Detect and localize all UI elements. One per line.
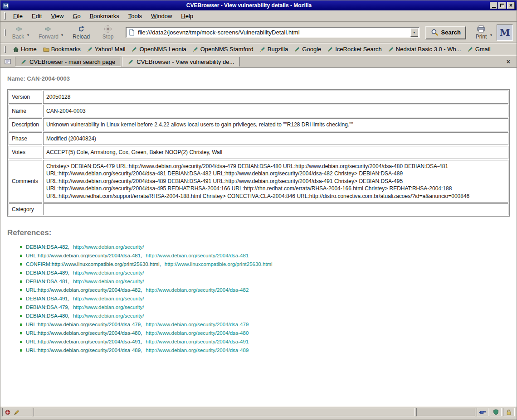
tab-main-search-page[interactable]: CVEBrowser - main search page [15,57,121,67]
row-label: Votes [9,146,42,159]
back-button[interactable]: Back [10,24,27,41]
reference-link[interactable]: http://www.debian.org/security/ [73,278,144,285]
bookmark-nedstat[interactable]: Nedstat Basic 3.0 - Wh... [385,45,464,53]
maximize-button[interactable] [498,2,506,9]
bookmark-icon [327,46,333,52]
bookmark-google[interactable]: Google [291,45,324,53]
bookmark-opennms-stamford[interactable]: OpenNMS Stamford [190,45,257,53]
bullet-square-icon [20,263,22,266]
reference-link[interactable]: http://www.debian.org/security/ [73,244,144,251]
back-dropdown-arrow[interactable]: ▾ [27,33,29,37]
menu-go[interactable]: Go [69,12,84,20]
reference-link[interactable]: http://www.debian.org/security/ [73,295,144,302]
reference-item: URL:http://www.debian.org/security/2004/… [20,330,510,337]
reload-button[interactable]: Reload [70,24,92,41]
vulnerability-detail-table: Version 20050128 Name CAN-2004-0003 Desc… [7,89,510,217]
tab-vulnerability-details[interactable]: CVEBrowser - View vulnerability de... [122,57,240,67]
reference-source: URL:http://www.debian.org/security/2004/… [26,330,142,337]
reference-source: URL:http://www.debian.org/security/2004/… [26,321,142,328]
tab-close-button[interactable]: × [504,58,513,65]
bookmark-icerocket-search[interactable]: IceRocket Search [324,45,385,53]
reference-link[interactable]: http://www.debian.org/security/ [73,304,144,311]
composer-icon[interactable] [14,409,20,415]
reference-link[interactable]: http://www.debian.org/security/2004/dsa-… [146,347,249,354]
reference-link[interactable]: http://www.debian.org/security/2004/dsa-… [146,287,249,294]
reference-link[interactable]: http://www.debian.org/security/2004/dsa-… [146,330,249,337]
reference-link[interactable]: http://www.debian.org/security/2004/dsa-… [146,321,249,328]
tab-list-button[interactable] [3,57,12,66]
toolbar-grippy[interactable] [4,29,6,36]
window-menu-icon[interactable] [2,2,9,9]
menu-edit[interactable]: Edit [28,12,45,20]
reference-link[interactable]: http://www.debian.org/security/ [73,313,144,319]
url-input[interactable] [137,29,408,36]
search-icon [431,29,439,36]
menu-help[interactable]: Help [177,12,197,20]
stop-label: Stop [102,34,114,40]
reference-source: URL:http://www.debian.org/security/2004/… [26,252,142,259]
reload-icon [78,25,85,33]
menu-tools[interactable]: Tools [125,12,146,20]
row-label: Description [9,118,42,131]
bookmark-icon [468,46,473,52]
menu-bookmarks[interactable]: Bookmarks [86,12,123,20]
navigation-toolbar: Back ▾ Forward ▾ Reload Stop [0,22,517,43]
bookmark-label: Nedstat Basic 3.0 - Wh... [396,46,461,53]
table-row: Version 20050128 [9,91,508,104]
bookmark-gmail[interactable]: Gmail [464,45,494,53]
navigator-icon[interactable] [5,409,11,415]
reference-source: DEBIAN:DSA-481, [26,278,69,285]
mozilla-throbber[interactable]: M [497,24,513,41]
bookmark-yahoo-mail[interactable]: Yahoo! Mail [84,45,129,53]
location-bar: ▼ [126,27,420,38]
search-button[interactable]: Search [425,26,466,39]
bookmark-bookmarks-folder[interactable]: Bookmarks [40,45,84,53]
reference-link[interactable]: http://www.linuxcompatible.org/print2563… [165,261,273,268]
menu-view[interactable]: View [47,12,67,20]
forward-dropdown-arrow[interactable]: ▾ [61,33,63,37]
window-title: CVEBrowser - View vulnerability details … [9,2,489,9]
bookmark-icon [21,59,27,65]
menu-window[interactable]: Window [147,12,176,20]
reference-source: DEBIAN:DSA-491, [26,295,69,302]
tab-label: CVEBrowser - main search page [29,58,115,65]
bookmark-opennms-leonia[interactable]: OpenNMS Leonia [128,45,189,53]
print-button[interactable]: Print [473,24,490,41]
menu-file[interactable]: File [10,12,26,20]
shield-icon[interactable] [493,409,499,415]
bookmark-icon [132,46,137,52]
bullet-square-icon [20,306,22,309]
close-icon: × [509,3,512,8]
online-plug-icon[interactable] [479,410,486,415]
toolbar-grippy[interactable] [4,46,6,53]
reference-source: URL:http://www.debian.org/security/2004/… [26,347,142,354]
reference-link[interactable]: http://www.debian.org/security/2004/dsa-… [146,252,249,259]
reference-item: DEBIAN:DSA-480, http://www.debian.org/se… [20,313,510,319]
close-button[interactable]: × [507,2,515,9]
bookmark-bugzilla[interactable]: Bugzilla [257,45,292,53]
references-heading: References: [7,228,510,237]
bullet-square-icon [20,246,22,248]
bookmark-icon [260,46,266,52]
page-proxy-icon[interactable] [129,29,135,36]
bookmark-label: Bugzilla [268,46,288,53]
reference-link[interactable]: http://www.debian.org/security/2004/dsa-… [146,338,249,345]
forward-icon [45,25,52,33]
bookmark-label: Bookmarks [51,46,81,53]
reference-source: DEBIAN:DSA-482, [26,244,69,251]
component-bar [2,408,32,416]
bookmark-icon [128,59,134,65]
minimize-button[interactable] [490,2,497,9]
title-bar: CVEBrowser - View vulnerability details … [0,0,517,10]
bookmark-home[interactable]: Home [10,45,40,53]
url-history-dropdown[interactable]: ▼ [410,28,418,37]
print-dropdown-arrow[interactable]: ▾ [490,33,492,37]
stop-button[interactable]: Stop [99,24,117,41]
progress-meter [416,408,475,416]
toolbar-grippy[interactable] [4,12,6,19]
reference-link[interactable]: http://www.debian.org/security/ [73,270,144,276]
back-icon [15,25,22,33]
forward-button[interactable]: Forward [36,24,61,41]
lock-icon[interactable] [506,409,512,415]
row-label: Category [9,203,42,215]
